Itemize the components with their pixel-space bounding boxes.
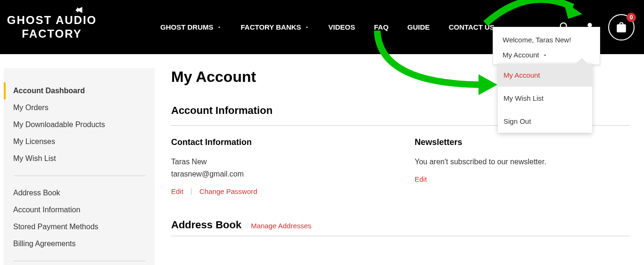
nav-factory-banks[interactable]: FACTORY BANKS [241, 23, 310, 31]
contact-name: Taras New [171, 156, 387, 168]
address-book-section-header: Address Book Manage Addresses [171, 219, 630, 236]
welcome-greeting: Welcome, Taras New! [503, 36, 590, 44]
toggle-label: My Account [503, 51, 539, 59]
nav-label: CONTACT US [449, 23, 495, 31]
link-divider: | [190, 187, 192, 195]
sidebar-divider [13, 261, 145, 261]
sidebar-item-orders[interactable]: My Orders [13, 99, 145, 116]
address-book-title: Address Book [171, 219, 241, 231]
newsletters-title: Newsletters [415, 137, 630, 147]
sidebar: Account Dashboard My Orders My Downloada… [4, 68, 155, 265]
nav-videos[interactable]: VIDEOS [329, 23, 355, 31]
logo-line-2: FACTORY [5, 27, 99, 41]
contact-info-title: Contact Information [171, 137, 387, 147]
account-dropdown: My Account My Wish List Sign Out [498, 64, 592, 133]
newsletters-column: Newsletters You aren't subscribed to our… [415, 137, 630, 195]
contact-email: tarasnew@gmail.com [171, 168, 387, 180]
edit-newsletter-link[interactable]: Edit [415, 175, 427, 183]
dropdown-signout[interactable]: Sign Out [498, 110, 592, 133]
nav-label: VIDEOS [329, 23, 355, 31]
nav-guide[interactable]: GUIDE [407, 23, 430, 31]
dropdown-my-account[interactable]: My Account [498, 64, 592, 87]
chevron-up-icon [542, 52, 548, 58]
nav-label: GHOST DRUMS [160, 23, 214, 31]
sidebar-item-dashboard[interactable]: Account Dashboard [4, 82, 145, 99]
cart-count-badge: 0 [627, 13, 636, 22]
chevron-down-icon [304, 24, 310, 30]
manage-addresses-link[interactable]: Manage Addresses [251, 222, 311, 230]
nav-label: GUIDE [407, 23, 430, 31]
chevron-down-icon [216, 24, 222, 30]
sidebar-item-billing[interactable]: Billing Agreements [13, 235, 145, 252]
sidebar-item-account-info[interactable]: Account Information [13, 201, 145, 218]
newsletters-status: You aren't subscribed to our newsletter. [415, 156, 630, 168]
dropdown-wishlist[interactable]: My Wish List [498, 87, 592, 110]
sidebar-item-downloadable[interactable]: My Downloadable Products [13, 116, 145, 133]
welcome-panel: Welcome, Taras New! My Account [493, 27, 600, 65]
logo[interactable]: GHOST AUDIO FACTORY [5, 14, 99, 41]
sidebar-item-wishlist[interactable]: My Wish List [13, 150, 145, 167]
nav-contact-us[interactable]: CONTACT US [449, 23, 495, 31]
nav-label: FAQ [374, 23, 388, 31]
sidebar-item-address-book[interactable]: Address Book [13, 185, 145, 201]
contact-info-column: Contact Information Taras New tarasnew@g… [171, 137, 387, 195]
info-columns: Contact Information Taras New tarasnew@g… [171, 137, 630, 195]
my-account-toggle[interactable]: My Account [503, 51, 590, 59]
sidebar-item-payment[interactable]: Stored Payment Methods [13, 218, 145, 235]
newsletter-links: Edit [415, 175, 630, 183]
main-nav: GHOST DRUMS FACTORY BANKS VIDEOS FAQ GUI… [160, 23, 495, 31]
contact-links: Edit | Change Password [171, 187, 387, 195]
sidebar-divider [13, 176, 145, 176]
change-password-link[interactable]: Change Password [199, 187, 257, 195]
logo-line-1: GHOST AUDIO [5, 14, 99, 27]
cart-button[interactable]: 0 [608, 14, 635, 40]
edit-contact-link[interactable]: Edit [171, 187, 183, 195]
sidebar-item-licenses[interactable]: My Licenses [13, 133, 145, 150]
nav-label: FACTORY BANKS [241, 23, 301, 31]
megaphone-icon [74, 5, 85, 16]
nav-faq[interactable]: FAQ [374, 23, 388, 31]
bag-icon [615, 21, 627, 33]
nav-ghost-drums[interactable]: GHOST DRUMS [160, 23, 222, 31]
